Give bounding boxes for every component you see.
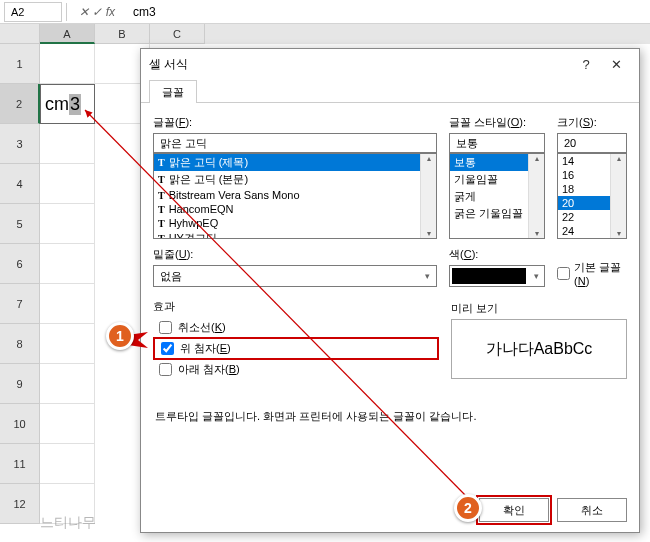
style-label: 글꼴 스타일(O):: [449, 115, 545, 130]
help-icon[interactable]: ?: [571, 57, 601, 72]
cell[interactable]: [40, 364, 95, 404]
cell[interactable]: [40, 444, 95, 484]
select-all-corner[interactable]: [0, 24, 40, 44]
cell[interactable]: [40, 44, 95, 84]
separator: [66, 3, 67, 21]
cell[interactable]: [40, 284, 95, 324]
list-item[interactable]: THyhwpEQ: [154, 216, 436, 230]
font-label: 글꼴(F):: [153, 115, 437, 130]
close-icon[interactable]: ✕: [601, 57, 631, 72]
dialog-title: 셀 서식: [149, 56, 571, 73]
size-input[interactable]: [557, 133, 627, 153]
color-swatch: [452, 268, 526, 284]
ok-button[interactable]: 확인: [479, 498, 549, 522]
default-font-checkbox[interactable]: 기본 글꼴(N): [557, 260, 627, 287]
truetype-note: 트루타입 글꼴입니다. 화면과 프린터에 사용되는 글꼴이 같습니다.: [153, 409, 627, 424]
cell[interactable]: [40, 324, 95, 364]
row-header-9[interactable]: 9: [0, 364, 40, 404]
format-cells-dialog: 셀 서식 ? ✕ 글꼴 글꼴(F): T맑은 고딕 (제목) T맑은 고딕 (본…: [140, 48, 640, 533]
cell[interactable]: [40, 164, 95, 204]
chevron-down-icon: ▾: [528, 271, 544, 281]
cell-superscript: 3: [69, 94, 81, 115]
row-header-11[interactable]: 11: [0, 444, 40, 484]
list-item[interactable]: THY견고딕: [154, 230, 436, 239]
scrollbar[interactable]: ▴▾: [420, 154, 436, 238]
truetype-icon: T: [158, 218, 165, 229]
row-header-12[interactable]: 12: [0, 484, 40, 524]
tab-font[interactable]: 글꼴: [149, 80, 197, 103]
list-item[interactable]: T맑은 고딕 (본문): [154, 171, 436, 188]
cell[interactable]: [40, 404, 95, 444]
preview-box: 가나다AaBbCc: [451, 319, 627, 379]
row-header-4[interactable]: 4: [0, 164, 40, 204]
col-header-c[interactable]: C: [150, 24, 205, 44]
titlebar: 셀 서식 ? ✕: [141, 49, 639, 79]
truetype-icon: T: [158, 204, 165, 215]
preview-label: 미리 보기: [451, 301, 627, 316]
row-header-3[interactable]: 3: [0, 124, 40, 164]
formula-bar[interactable]: cm3: [127, 3, 650, 21]
size-listbox[interactable]: 14 16 18 20 22 24 ▴▾: [557, 153, 627, 239]
col-header-b[interactable]: B: [95, 24, 150, 44]
cancel-button[interactable]: 취소: [557, 498, 627, 522]
truetype-icon: T: [158, 157, 165, 168]
row-header-7[interactable]: 7: [0, 284, 40, 324]
color-select[interactable]: ▾: [449, 265, 545, 287]
watermark: 느티나무: [40, 514, 96, 532]
truetype-icon: T: [158, 190, 165, 201]
name-box[interactable]: A2: [4, 2, 62, 22]
scrollbar[interactable]: ▴▾: [610, 154, 626, 238]
subscript-checkbox[interactable]: 아래 첨자(B): [153, 360, 439, 379]
font-listbox[interactable]: T맑은 고딕 (제목) T맑은 고딕 (본문) TBitstream Vera …: [153, 153, 437, 239]
annotation-badge-2: 2: [454, 494, 482, 522]
cell[interactable]: [40, 244, 95, 284]
column-headers: A B C: [0, 24, 650, 44]
row-header-1[interactable]: 1: [0, 44, 40, 84]
strikethrough-checkbox[interactable]: 취소선(K): [153, 318, 439, 337]
formula-bar-row: A2 ✕ ✓ fx cm3: [0, 0, 650, 24]
list-item[interactable]: TBitstream Vera Sans Mono: [154, 188, 436, 202]
tab-strip: 글꼴: [141, 79, 639, 103]
row-header-10[interactable]: 10: [0, 404, 40, 444]
truetype-icon: T: [158, 174, 165, 185]
superscript-checkbox[interactable]: 위 첨자(E): [153, 337, 439, 360]
font-input[interactable]: [153, 133, 437, 153]
cell-a2[interactable]: cm3: [40, 84, 95, 124]
style-listbox[interactable]: 보통 기울임꼴 굵게 굵은 기울임꼴 ▴▾: [449, 153, 545, 239]
underline-label: 밑줄(U):: [153, 247, 437, 262]
underline-select[interactable]: 없음▾: [153, 265, 437, 287]
scrollbar[interactable]: ▴▾: [528, 154, 544, 238]
row-header-5[interactable]: 5: [0, 204, 40, 244]
button-row: 확인 취소: [141, 488, 639, 532]
list-item[interactable]: T맑은 고딕 (제목): [154, 154, 436, 171]
truetype-icon: T: [158, 233, 165, 239]
chevron-down-icon: ▾: [425, 271, 430, 281]
cell[interactable]: [40, 124, 95, 164]
effects-label: 효과: [153, 299, 439, 314]
list-item[interactable]: THancomEQN: [154, 202, 436, 216]
row-header-6[interactable]: 6: [0, 244, 40, 284]
cell[interactable]: [40, 204, 95, 244]
row-header-8[interactable]: 8: [0, 324, 40, 364]
fx-icon[interactable]: ✕ ✓ fx: [71, 5, 123, 19]
dialog-body: 글꼴(F): T맑은 고딕 (제목) T맑은 고딕 (본문) TBitstrea…: [141, 103, 639, 488]
style-input[interactable]: [449, 133, 545, 153]
color-label: 색(C):: [449, 247, 545, 262]
row-header-2[interactable]: 2: [0, 84, 40, 124]
col-header-a[interactable]: A: [40, 24, 95, 44]
size-label: 크기(S):: [557, 115, 627, 130]
annotation-badge-1: 1: [106, 322, 134, 350]
cell-text: cm: [45, 94, 69, 115]
